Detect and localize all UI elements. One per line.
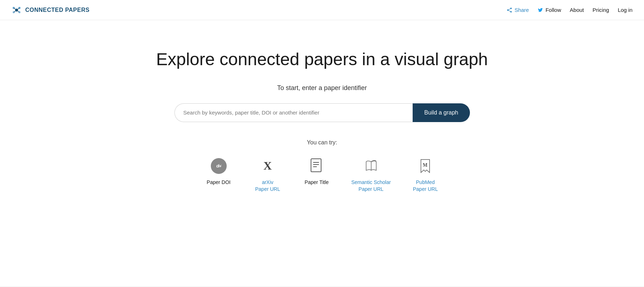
logo-icon [12,5,22,15]
try-item-pubmed[interactable]: M PubMedPaper URL [411,157,440,193]
follow-label: Follow [546,7,561,13]
logo-text: CONNECTED PAPERS [25,7,89,13]
nav-area: Share Follow About Pricing Log in [507,7,632,13]
doi-icon-container: doi [210,157,227,175]
try-item-title[interactable]: Paper Title [302,157,331,186]
svg-line-12 [508,8,511,10]
arxiv-label: arXivPaper URL [255,179,280,193]
share-label: Share [515,7,529,13]
share-button[interactable]: Share [507,7,529,13]
arxiv-icon-container: X [259,157,276,175]
build-graph-button[interactable]: Build a graph [413,103,470,122]
pubmed-icon-container: M [417,157,434,175]
pubmed-icon: M [417,158,433,174]
login-link[interactable]: Log in [618,7,632,13]
semantic-scholar-icon [363,158,379,174]
headline: Explore connected papers in a visual gra… [156,49,488,70]
subheadline: To start, enter a paper identifier [277,84,367,92]
svg-line-13 [508,10,511,12]
try-items: doi Paper DOI X arXivPaper URL Paper [204,157,440,193]
try-item-doi[interactable]: doi Paper DOI [204,157,233,186]
try-item-arxiv[interactable]: X arXivPaper URL [253,157,282,193]
share-icon [507,7,512,13]
pubmed-label: PubMedPaper URL [413,179,438,193]
paper-title-icon-container [308,157,325,175]
search-container: Build a graph [174,103,470,122]
pricing-link[interactable]: Pricing [592,7,609,13]
logo[interactable]: CONNECTED PAPERS [12,5,89,15]
header: CONNECTED PAPERS Share Follow About [0,0,644,20]
doi-label: Paper DOI [207,179,231,186]
main-content: Explore connected papers in a visual gra… [0,20,644,215]
search-input[interactable] [174,103,413,122]
arxiv-icon: X [260,158,276,174]
doi-icon: doi [211,158,227,174]
semantic-scholar-label: Semantic ScholarPaper URL [351,179,391,193]
svg-text:M: M [423,162,427,168]
try-label: You can try: [307,139,337,146]
try-item-semantic[interactable]: Semantic ScholarPaper URL [351,157,391,193]
about-link[interactable]: About [570,7,584,13]
follow-button[interactable]: Follow [538,7,561,13]
paper-title-label: Paper Title [305,179,329,186]
twitter-icon [538,7,543,13]
svg-rect-14 [311,159,321,172]
document-icon [310,158,324,174]
semantic-icon-container [363,157,380,175]
